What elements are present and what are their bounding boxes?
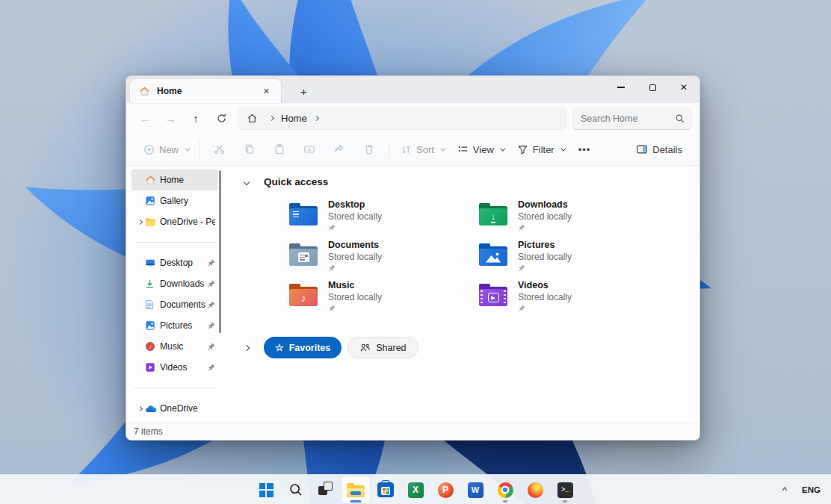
toolbar-divider [200,141,200,158]
tray-expand-chevron[interactable]: ^ [782,485,787,496]
chrome-button[interactable] [491,476,519,503]
sidebar-item-downloads[interactable]: Downloads [132,273,218,294]
content-pane: Quick access Desktop Stored locally ↓ [223,166,699,423]
cut-button[interactable] [205,137,235,161]
sidebar-item-onedrive[interactable]: OneDrive [132,398,218,419]
view-icon [457,144,469,155]
maximize-button[interactable] [637,76,668,99]
sidebar-item-documents[interactable]: Documents [132,294,218,315]
new-button[interactable]: New [137,137,195,161]
quick-access-item-downloads[interactable]: ↓ Downloads Stored locally [479,199,669,240]
shared-tab[interactable]: Shared [347,337,418,358]
downloads-folder-icon: ↓ [479,202,507,225]
quick-access-item-desktop[interactable]: Desktop Stored locally [289,199,479,240]
pin-icon [206,322,215,330]
pin-icon [206,343,215,351]
sidebar-item-desktop[interactable]: Desktop [132,252,218,273]
titlebar[interactable]: Home ✕ + ✕ [126,76,699,103]
search-input[interactable] [581,113,675,124]
toolbar-divider [389,141,389,158]
pin-icon [518,305,572,312]
share-icon [333,143,345,155]
sort-button[interactable]: Sort [394,137,451,161]
start-button[interactable] [252,476,280,503]
new-tab-button[interactable]: + [294,85,313,98]
search-icon[interactable] [675,113,685,124]
minimize-icon [617,87,625,87]
paste-button[interactable] [265,137,294,161]
onedrive-cloud-icon [145,405,160,413]
details-pane-icon [636,143,648,155]
breadcrumb-home-icon[interactable] [247,113,258,124]
home-tab-icon [139,86,150,97]
yellow-folder-icon [145,217,160,227]
rename-button[interactable]: A [294,137,324,161]
task-view-button[interactable] [312,476,340,503]
quick-access-item-documents[interactable]: Documents Stored locally [289,240,479,280]
delete-icon [363,143,375,155]
details-button[interactable]: Details [629,137,689,161]
music-folder-icon: ♪ [289,282,318,306]
terminal-button[interactable]: >_ [551,476,579,503]
filter-button[interactable]: Filter [510,137,571,161]
rename-icon: A [303,143,315,155]
copy-button[interactable] [235,137,265,161]
microsoft-store-button[interactable] [371,476,400,503]
view-button[interactable]: View [451,137,510,161]
sidebar-item-pictures[interactable]: Pictures [132,315,218,336]
excel-button[interactable]: X [401,476,430,503]
powerpoint-icon: P [438,482,454,498]
sidebar-item-music[interactable]: ♪ Music [132,336,218,357]
documents-folder-icon [289,242,318,266]
close-button[interactable]: ✕ [668,76,699,99]
mountain-glyph [485,252,501,263]
breadcrumb-chevron-icon [269,116,274,121]
minimize-button[interactable] [605,76,637,99]
quick-access-item-pictures[interactable]: Pictures Stored locally [479,240,669,280]
tab-close-button[interactable]: ✕ [259,85,274,98]
videos-icon [145,362,160,373]
desktop-folder-icon [289,202,318,225]
delete-button[interactable] [354,137,384,161]
refresh-button[interactable] [208,108,234,130]
expand-chevron-icon[interactable] [135,407,145,411]
taskbar-file-explorer-button[interactable] [342,476,370,503]
language-indicator[interactable]: ENG [802,485,821,494]
pin-icon [206,301,215,309]
sidebar-item-home[interactable]: Home [132,169,218,190]
taskbar: X P W >_ ^ ENG [0,474,831,504]
sidebar-scrollbar[interactable] [219,170,221,333]
search-box[interactable] [572,108,692,130]
sidebar-item-videos[interactable]: Videos [132,357,218,378]
powerpoint-button[interactable]: P [431,476,460,503]
expand-chevron-icon[interactable] [240,346,253,350]
see-more-button[interactable]: ••• [571,144,599,155]
chevron-down-icon [560,146,566,151]
word-button[interactable]: W [461,476,489,503]
active-window-indicator [350,500,362,503]
collapse-chevron-icon[interactable] [240,180,253,184]
people-icon [359,343,371,352]
home-icon [145,175,160,186]
sidebar-item-onedrive-personal[interactable]: OneDrive - Perso [132,211,218,232]
address-bar[interactable]: Home [238,108,566,130]
up-button[interactable]: ↑ [183,108,208,130]
quick-access-item-music[interactable]: ♪ Music Stored locally [289,280,479,320]
tab-home[interactable]: Home ✕ [130,79,281,103]
paste-icon [274,143,285,155]
forward-button[interactable]: → [158,108,183,130]
new-icon [143,144,155,155]
share-button[interactable] [324,137,354,161]
favorites-tab[interactable]: ☆ Favorites [264,337,342,358]
sidebar-item-gallery[interactable]: Gallery [132,190,218,211]
quick-access-header[interactable]: Quick access [240,176,699,187]
taskbar-search-button[interactable] [282,476,310,503]
firefox-button[interactable] [521,476,549,503]
command-bar: New A Sort [126,134,699,166]
expand-chevron-icon[interactable] [135,220,145,224]
sidebar-divider [134,388,216,388]
back-button[interactable]: ← [132,108,158,130]
breadcrumb-item[interactable]: Home [281,113,307,124]
pin-icon [328,224,382,231]
quick-access-item-videos[interactable]: ▶ Videos Stored locally [479,280,669,320]
